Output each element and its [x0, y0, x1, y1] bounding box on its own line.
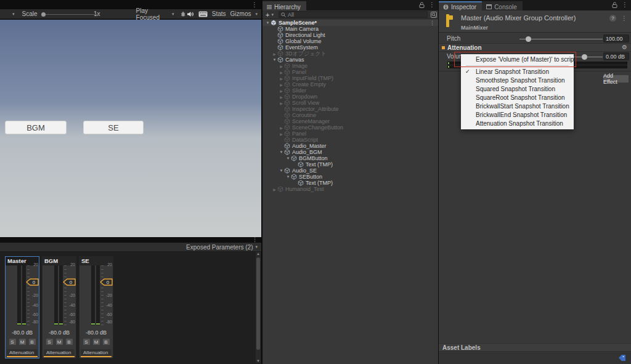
expand-arrow-icon[interactable]: ▼ [285, 175, 291, 179]
pitch-slider-knob[interactable] [526, 36, 531, 42]
context-menu-item[interactable]: Smoothstep Snapshot Transition [461, 76, 574, 85]
expand-arrow-icon[interactable]: ▶ [272, 187, 277, 192]
hierarchy-item[interactable]: ▼SampleScene*⋮ [263, 20, 438, 26]
attenuation-effect-slot[interactable]: Attenuation [7, 349, 38, 357]
pitch-slider-track[interactable] [519, 39, 603, 39]
solo-button[interactable]: S [46, 338, 54, 346]
kebab-menu-icon[interactable]: ⋮ [429, 20, 435, 26]
pitch-value-field[interactable]: 100.00 % [603, 34, 629, 42]
context-menu-item[interactable]: Attenuation Snapshot Transition [461, 119, 574, 128]
expand-arrow-icon[interactable]: ▶ [279, 76, 284, 81]
hierarchy-item[interactable]: ▶Scroll View [263, 100, 438, 106]
expand-arrow-icon[interactable]: ▼ [265, 21, 271, 25]
volume-fader-handle[interactable]: 0 [26, 277, 39, 285]
hierarchy-item[interactable]: ▶Create Empty [263, 81, 438, 87]
tab-console[interactable]: Console [482, 1, 523, 10]
scale-slider-knob[interactable] [41, 12, 46, 17]
kebab-menu-icon[interactable]: ⋮ [252, 237, 258, 243]
attenuation-effect-slot[interactable]: Attenuation [44, 349, 75, 357]
hierarchy-item[interactable]: Text (TMP) [263, 180, 438, 186]
volume-value-field[interactable]: 0.00 dB [603, 52, 629, 60]
expand-arrow-icon[interactable]: ▶ [272, 52, 277, 56]
expand-arrow-icon[interactable]: ▶ [279, 126, 284, 130]
hierarchy-item[interactable]: ▼Canvas [263, 57, 438, 63]
hierarchy-item[interactable]: SceneManager [263, 118, 438, 124]
scroll-up-icon[interactable]: ▲ [256, 252, 261, 256]
hierarchy-item[interactable]: Audio_Master [263, 143, 438, 149]
hierarchy-item[interactable]: ▶Image [263, 63, 438, 69]
hierarchy-item[interactable]: ▶Panel [263, 69, 438, 75]
hierarchy-item[interactable]: ▶Panel [263, 131, 438, 137]
hierarchy-item[interactable]: Text (TMP) [263, 161, 438, 168]
mute-button[interactable]: M [18, 338, 26, 346]
bypass-button[interactable]: B [28, 338, 36, 346]
hierarchy-item[interactable]: Main Camera [263, 26, 438, 32]
lock-icon[interactable] [612, 2, 617, 8]
hierarchy-item[interactable]: ▶Slider [263, 87, 438, 94]
hierarchy-item[interactable]: ▼Audio_SE [263, 168, 438, 174]
expand-arrow-icon[interactable]: ▼ [272, 58, 277, 62]
help-icon[interactable]: ? [609, 15, 616, 22]
kebab-menu-icon[interactable]: ⋮ [251, 2, 258, 8]
hierarchy-item[interactable]: Directional Light [263, 32, 438, 38]
tab-inspector[interactable]: Inspector [439, 1, 482, 10]
hierarchy-item[interactable]: ▶SceneChangeButton [263, 124, 438, 131]
hierarchy-item[interactable]: DataScript [263, 137, 438, 143]
search-preset-icon[interactable] [431, 12, 437, 18]
volume-fader-handle[interactable]: 0 [63, 277, 76, 285]
gizmos-caret-icon[interactable]: ▾ [255, 12, 258, 17]
expand-arrow-icon[interactable]: ▼ [285, 156, 291, 160]
add-gameobject-button[interactable]: + [266, 11, 269, 18]
context-menu-item[interactable]: BrickwallStart Snapshot Transition [461, 102, 574, 111]
mixer-strip-master[interactable]: Master20-20-40-60-800-80.0 dBSMBAttenuat… [5, 256, 39, 358]
mute-audio-icon[interactable] [187, 11, 194, 17]
mute-button[interactable]: M [55, 338, 63, 346]
expand-arrow-icon[interactable]: ▼ [279, 150, 284, 154]
context-menu-item[interactable]: Expose 'Volume (of Master)' to script [461, 55, 574, 64]
expand-arrow-icon[interactable]: ▶ [279, 70, 284, 75]
hierarchy-item[interactable]: Global Volume [263, 38, 438, 44]
mixer-strip-bgm[interactable]: BGM20-20-40-60-800-80.0 dBSMBAttenuation [42, 256, 76, 358]
display-dropdown-icon[interactable]: ▾ [12, 12, 15, 17]
solo-button[interactable]: S [9, 338, 17, 346]
play-focused-dropdown[interactable]: Play Focused ▾ [136, 7, 174, 21]
volume-fader-handle[interactable]: 0 [100, 277, 113, 285]
chevron-down-icon[interactable]: ▾ [271, 12, 274, 17]
scrollbar-thumb[interactable] [256, 257, 260, 350]
bug-icon[interactable] [180, 10, 186, 18]
context-menu-item[interactable]: ✓Linear Snapshot Transition [461, 68, 574, 76]
label-tag-icon[interactable] [618, 354, 626, 362]
kebab-menu-icon[interactable]: ⋮ [621, 15, 627, 22]
hierarchy-item[interactable]: ▶InputField (TMP) [263, 75, 438, 81]
tab-hierarchy[interactable]: Hierarchy [263, 1, 306, 10]
keyboard-icon[interactable] [198, 11, 208, 17]
add-effect-button[interactable]: Add Effect [603, 75, 629, 83]
hierarchy-search-input[interactable]: All [279, 11, 428, 18]
expand-arrow-icon[interactable]: ▶ [279, 83, 284, 87]
expand-arrow-icon[interactable]: ▶ [279, 95, 284, 99]
attenuation-section-header[interactable]: Attenuation ⚙ [439, 43, 631, 52]
expand-arrow-icon[interactable]: ▶ [279, 101, 284, 105]
mute-button[interactable]: M [92, 338, 100, 346]
asset-labels-header[interactable]: Asset Labels [439, 343, 631, 352]
bypass-button[interactable]: B [65, 338, 73, 346]
kebab-menu-icon[interactable]: ⋮ [622, 2, 628, 8]
solo-button[interactable]: S [83, 338, 91, 346]
expand-arrow-icon[interactable]: ▶ [279, 132, 284, 136]
scroll-down-icon[interactable]: ▼ [256, 359, 261, 363]
mixer-scrollbar[interactable]: ▲ ▼ [256, 252, 261, 363]
expand-arrow-icon[interactable]: ▶ [279, 64, 284, 68]
bgm-button[interactable]: BGM [5, 121, 67, 134]
lock-icon[interactable] [419, 2, 425, 8]
exposed-parameters-dropdown[interactable]: Exposed Parameters (2) [186, 244, 253, 251]
hierarchy-item[interactable]: Coroutine [263, 112, 438, 118]
hierarchy-item[interactable]: Inspector_Attribute [263, 106, 438, 112]
se-button[interactable]: SE [83, 121, 144, 134]
expand-arrow-icon[interactable]: ▶ [279, 89, 284, 93]
hierarchy-item[interactable]: ▼BGMButton [263, 155, 438, 161]
context-menu-item[interactable]: Squared Snapshot Transition [461, 85, 574, 94]
context-menu-item[interactable]: BrickwallEnd Snapshot Transition [461, 111, 574, 119]
hierarchy-item[interactable]: ▼SEButton [263, 174, 438, 180]
gizmos-dropdown[interactable]: Gizmos [230, 10, 251, 17]
volume-slider-knob[interactable] [582, 54, 587, 60]
